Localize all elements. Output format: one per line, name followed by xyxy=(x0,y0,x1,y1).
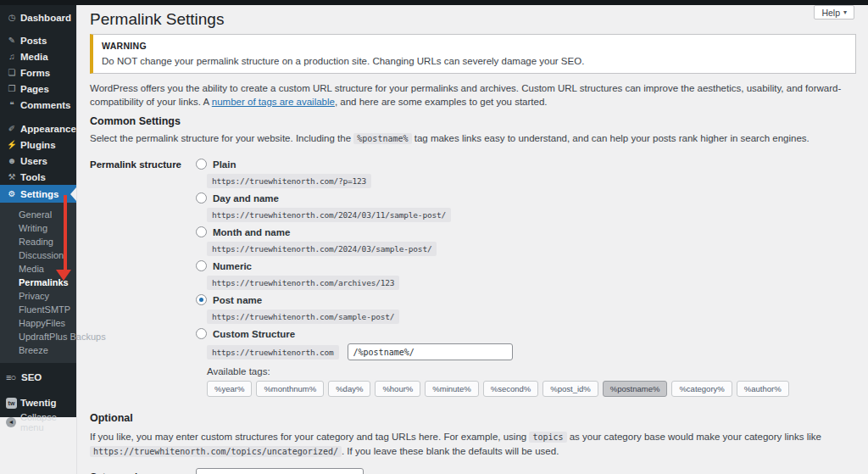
sidebar-item-label: Twentig xyxy=(20,398,57,408)
option-label[interactable]: Plain xyxy=(213,159,236,170)
intro-paragraph: WordPress offers you the ability to crea… xyxy=(90,81,856,109)
admin-sidebar: ◷ Dashboard ✎ Posts ♫ Media ❏ Forms ❐ Pa… xyxy=(0,5,76,417)
site-url-prefix: https://truewhitenorth.com xyxy=(207,345,339,360)
sidebar-item-twentig[interactable]: tw Twentig xyxy=(0,395,76,410)
seo-icon: ≡○ xyxy=(6,372,19,382)
admin-top-bar xyxy=(0,0,868,5)
collapse-arrow-icon: ◂ xyxy=(6,417,16,427)
twentig-icon: tw xyxy=(6,398,17,409)
page-title: Permalink Settings xyxy=(90,10,856,29)
option-day-and-name: Day and name https://truewhitenorth.com/… xyxy=(196,192,856,222)
optional-text-3: . If you leave these blank the defaults … xyxy=(342,446,559,456)
permalink-structure-form: Permalink structure Plain https://truewh… xyxy=(90,158,856,400)
main-content: Help ▾ Permalink Settings WARNING Do NOT… xyxy=(76,5,868,474)
sidebar-item-media[interactable]: ♫ Media xyxy=(0,48,76,64)
sidebar-item-label: Dashboard xyxy=(20,13,71,23)
sidebar-subitem-fluentsmtp[interactable]: FluentSMTP xyxy=(0,303,76,316)
permalink-radio[interactable] xyxy=(196,260,207,271)
tag-button[interactable]: %year% xyxy=(207,381,252,397)
sidebar-item-label: Comments xyxy=(20,100,70,110)
optional-description: If you like, you may enter custom struct… xyxy=(90,430,856,459)
sidebar-item-label: Plugins xyxy=(20,140,56,150)
settings-icon: ⚙ xyxy=(6,189,18,198)
tag-button[interactable]: %minute% xyxy=(425,381,478,397)
sidebar-item-dashboard[interactable]: ◷ Dashboard xyxy=(0,9,76,25)
warning-title: WARNING xyxy=(102,41,845,52)
chevron-down-icon: ▾ xyxy=(843,8,847,16)
tag-button[interactable]: %author% xyxy=(737,381,789,397)
forms-icon: ❏ xyxy=(6,68,18,77)
plugins-icon: ⚡ xyxy=(6,140,18,149)
tag-button[interactable]: %second% xyxy=(483,381,539,397)
option-post-name: Post name https://truewhitenorth.com/sam… xyxy=(196,293,856,324)
desc-text-after: tag makes links easy to understand, and … xyxy=(412,133,810,143)
option-custom-structure: Custom Structure https://truewhitenorth.… xyxy=(196,327,856,397)
option-month-and-name: Month and name https://truewhitenorth.co… xyxy=(196,226,856,256)
sidebar-item-settings[interactable]: ⚙ Settings xyxy=(0,185,76,203)
sidebar-item-label: Tools xyxy=(20,172,46,182)
tag-button[interactable]: %postname% xyxy=(603,381,668,397)
sidebar-item-label: Forms xyxy=(20,68,50,78)
help-label: Help xyxy=(821,8,840,18)
sidebar-subitem-updraftplus[interactable]: UpdraftPlus Backups xyxy=(0,330,76,343)
posts-icon: ✎ xyxy=(6,36,18,45)
help-button[interactable]: Help ▾ xyxy=(814,5,854,20)
permalink-structure-options: Plain https://truewhitenorth.com/?p=123 … xyxy=(196,158,856,400)
optional-text-1: If you like, you may enter custom struct… xyxy=(90,432,529,442)
sidebar-item-label: Media xyxy=(20,52,48,62)
tag-button[interactable]: %day% xyxy=(328,381,370,397)
intro-text-after: , and here are some examples to get you … xyxy=(335,97,548,107)
permalink-radio[interactable] xyxy=(196,226,207,237)
permalink-radio[interactable] xyxy=(196,328,207,339)
pages-icon: ❐ xyxy=(6,84,18,93)
sidebar-subitem-discussion[interactable]: Discussion xyxy=(0,248,76,262)
settings-submenu: General Writing Reading Discussion Media… xyxy=(0,203,76,363)
sidebar-item-posts[interactable]: ✎ Posts xyxy=(0,32,76,48)
optional-section: Optional If you like, you may enter cust… xyxy=(90,411,856,474)
sidebar-item-comments[interactable]: ❝ Comments xyxy=(0,97,76,113)
sidebar-item-label: Appearance xyxy=(20,124,76,134)
sidebar-subitem-media[interactable]: Media xyxy=(0,262,76,276)
tools-icon: ⚒ xyxy=(6,172,18,181)
option-label[interactable]: Month and name xyxy=(213,227,290,237)
sidebar-item-appearance[interactable]: ✐ Appearance xyxy=(0,120,76,137)
common-settings-heading: Common Settings xyxy=(90,114,856,128)
option-example-url: https://truewhitenorth.com/2024/03/sampl… xyxy=(207,242,437,256)
permalink-radio[interactable] xyxy=(196,159,207,170)
sidebar-item-label: Posts xyxy=(20,36,47,46)
tags-available-link[interactable]: number of tags are available xyxy=(212,97,335,107)
sidebar-subitem-general[interactable]: General xyxy=(0,208,76,221)
collapse-menu-button[interactable]: ◂ Collapse menu xyxy=(0,415,76,429)
sidebar-item-plugins[interactable]: ⚡ Plugins xyxy=(0,137,76,153)
tag-button[interactable]: %hour% xyxy=(375,381,420,397)
category-base-input[interactable] xyxy=(196,468,364,474)
sidebar-item-forms[interactable]: ❏ Forms xyxy=(0,64,76,81)
sidebar-item-pages[interactable]: ❐ Pages xyxy=(0,81,76,97)
common-settings-description: Select the permalink structure for your … xyxy=(90,131,856,146)
media-icon: ♫ xyxy=(6,52,18,61)
tag-button[interactable]: %post_id% xyxy=(542,381,598,397)
sidebar-subitem-breeze[interactable]: Breeze xyxy=(0,343,76,357)
comments-icon: ❝ xyxy=(6,100,18,109)
sidebar-item-seo[interactable]: ≡○ SEO xyxy=(0,369,76,386)
option-label[interactable]: Custom Structure xyxy=(213,329,295,339)
sidebar-subitem-happyfiles[interactable]: HappyFiles xyxy=(0,316,76,330)
permalink-radio[interactable] xyxy=(196,294,207,305)
optional-heading: Optional xyxy=(90,411,856,425)
sidebar-subitem-writing[interactable]: Writing xyxy=(0,221,76,235)
option-label[interactable]: Numeric xyxy=(213,261,252,271)
option-example-url: https://truewhitenorth.com/archives/123 xyxy=(207,276,399,290)
sidebar-item-users[interactable]: ☻ Users xyxy=(0,153,76,169)
option-label[interactable]: Day and name xyxy=(213,193,279,204)
sidebar-subitem-reading[interactable]: Reading xyxy=(0,235,76,248)
postname-code: %postname% xyxy=(353,133,411,144)
sidebar-subitem-permalinks[interactable]: Permalinks xyxy=(0,276,76,289)
custom-structure-input[interactable] xyxy=(348,343,513,360)
warning-text: Do NOT change your permalink structure o… xyxy=(102,55,845,67)
permalink-radio[interactable] xyxy=(196,192,207,204)
tag-button[interactable]: %category% xyxy=(671,381,732,397)
tag-button[interactable]: %monthnum% xyxy=(256,381,324,397)
sidebar-item-tools[interactable]: ⚒ Tools xyxy=(0,169,76,185)
sidebar-subitem-privacy[interactable]: Privacy xyxy=(0,289,76,303)
option-label[interactable]: Post name xyxy=(213,295,262,305)
